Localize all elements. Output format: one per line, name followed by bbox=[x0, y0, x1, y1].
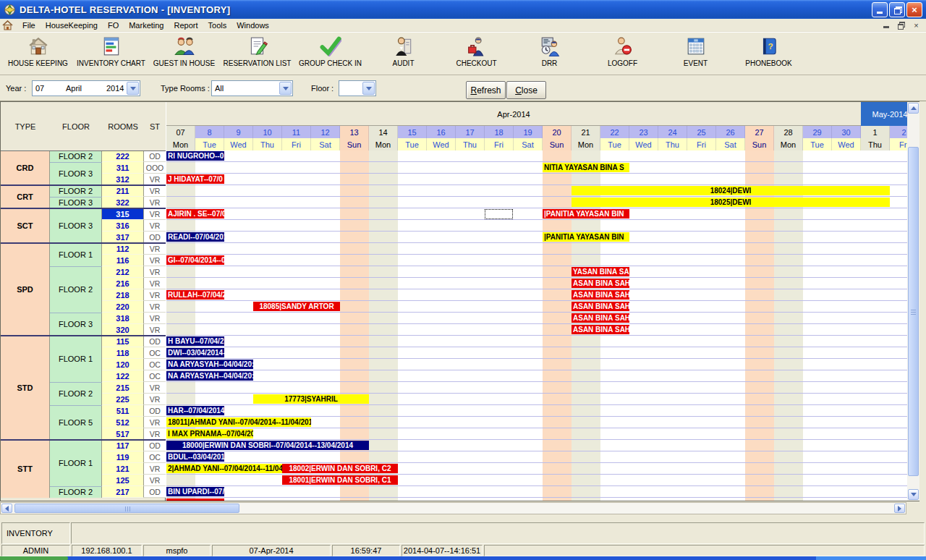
toolbar-audit[interactable]: AUDIT bbox=[367, 33, 440, 75]
room-316[interactable]: 316 bbox=[102, 220, 144, 232]
room-216[interactable]: 216 bbox=[102, 278, 144, 289]
room-517[interactable]: 517 bbox=[102, 428, 144, 440]
date-header-28[interactable]: 28 bbox=[774, 126, 803, 138]
reservation-bar-312[interactable]: J HIDAYAT--07/0 bbox=[166, 174, 224, 184]
year-combobox[interactable]: 07 April 2014 bbox=[32, 80, 140, 96]
room-322[interactable]: 322 bbox=[102, 197, 144, 208]
date-header-11[interactable]: 11 bbox=[282, 126, 311, 138]
room-112[interactable]: 112 bbox=[102, 243, 144, 255]
date-header-21[interactable]: 21 bbox=[572, 126, 600, 138]
room-211[interactable]: 211 bbox=[102, 185, 144, 197]
toolbar-guest-in-house[interactable]: GUEST IN HOUSE bbox=[148, 33, 221, 75]
date-header-9[interactable]: 9 bbox=[224, 126, 253, 138]
reservation-bar-322[interactable]: 18025|DEWI bbox=[572, 198, 890, 207]
date-header-26[interactable]: 26 bbox=[716, 126, 745, 138]
restore-button[interactable] bbox=[889, 2, 905, 17]
menu-report[interactable]: Report bbox=[169, 20, 203, 30]
room-315[interactable]: 315 bbox=[102, 208, 144, 220]
room-222[interactable]: 222 bbox=[102, 150, 144, 162]
reservation-bar-511[interactable]: HAR--07/04/2014- bbox=[166, 406, 224, 415]
date-header-24[interactable]: 24 bbox=[658, 126, 687, 138]
date-header-29[interactable]: 29 bbox=[803, 126, 832, 138]
room-318[interactable]: 318 bbox=[102, 313, 144, 324]
date-header-13[interactable]: 13 bbox=[340, 126, 369, 138]
room-120[interactable]: 120 bbox=[102, 359, 144, 370]
room-215[interactable]: 215 bbox=[102, 382, 144, 394]
date-header-22[interactable]: 22 bbox=[600, 126, 629, 138]
floor-combobox[interactable] bbox=[339, 80, 376, 96]
room-320[interactable]: 320 bbox=[102, 324, 144, 336]
close-button[interactable]: × bbox=[906, 2, 922, 17]
room-115[interactable]: 115 bbox=[102, 336, 144, 347]
scroll-right-button[interactable] bbox=[894, 504, 905, 513]
type-rooms-combobox[interactable]: All bbox=[211, 80, 293, 96]
room-119[interactable]: 119 bbox=[102, 451, 144, 463]
floor-dropdown-arrow-icon[interactable] bbox=[362, 82, 375, 95]
menu-housekeeping[interactable]: HouseKeeping bbox=[41, 20, 103, 30]
reservation-bar-partial[interactable] bbox=[166, 499, 224, 501]
date-header-27[interactable]: 27 bbox=[745, 126, 774, 138]
room-218[interactable]: 218 bbox=[102, 289, 144, 301]
reservation-bar-317[interactable]: READI--07/04/201 bbox=[166, 232, 224, 242]
date-header-25[interactable]: 25 bbox=[687, 126, 716, 138]
date-header-07[interactable]: 07 bbox=[166, 126, 195, 138]
scroll-down-button[interactable] bbox=[908, 489, 919, 500]
date-header-1[interactable]: 1 bbox=[861, 126, 890, 138]
reservation-bar-220[interactable]: ASAN BINA SAH bbox=[572, 302, 629, 311]
reservation-bar-117[interactable]: 18000|ERWIN DAN SOBRI--07/04/2014--13/04… bbox=[166, 441, 369, 450]
room-317[interactable]: 317 bbox=[102, 232, 144, 243]
reservation-bar-220[interactable]: 18085|SANDY ARTOR bbox=[253, 302, 340, 311]
reservation-bar-225[interactable]: 17773|SYAHRIL bbox=[253, 394, 369, 404]
reservation-bar-125[interactable]: 18001|ERWIN DAN SOBRI, C1 bbox=[282, 475, 398, 485]
reservation-bar-212[interactable]: YASAN BINA SA bbox=[572, 267, 629, 276]
room-116[interactable]: 116 bbox=[102, 255, 144, 266]
date-header-12[interactable]: 12 bbox=[311, 126, 340, 138]
toolbar-logoff[interactable]: LOGOFF bbox=[586, 33, 659, 75]
reservation-bar-517[interactable]: I MAX PRNAMA--07/04/20 bbox=[166, 429, 253, 438]
scroll-up-button[interactable] bbox=[908, 103, 919, 114]
date-header-18[interactable]: 18 bbox=[485, 126, 514, 138]
year-dropdown-arrow-icon[interactable] bbox=[127, 82, 139, 95]
reservation-bar-122[interactable]: NA ARYASYAH--04/04/20: bbox=[166, 371, 253, 381]
vertical-scrollbar[interactable] bbox=[907, 102, 919, 501]
room-118[interactable]: 118 bbox=[102, 347, 144, 359]
room-311[interactable]: 311 bbox=[102, 162, 144, 174]
date-header-16[interactable]: 16 bbox=[427, 126, 456, 138]
room-511[interactable]: 511 bbox=[102, 405, 144, 417]
date-header-20[interactable]: 20 bbox=[543, 126, 572, 138]
toolbar-house-keeping[interactable]: HOUSE KEEPING bbox=[1, 33, 75, 75]
reservation-bar-121[interactable]: 2|AHMAD YANI--07/04/2014--11/04/ bbox=[166, 464, 282, 473]
reservation-bar-318[interactable]: ASAN BINA SAH bbox=[572, 313, 629, 323]
horizontal-scrollbar[interactable] bbox=[0, 502, 906, 514]
reservation-bar-512[interactable]: 18011|AHMAD YANI--07/04/2014--11/04/2014 bbox=[166, 417, 311, 427]
room-117[interactable]: 117 bbox=[102, 440, 144, 451]
scroll-left-button[interactable] bbox=[1, 504, 12, 513]
vertical-scroll-thumb[interactable] bbox=[908, 147, 919, 476]
close-grid-button[interactable]: Close bbox=[506, 81, 546, 99]
room-220[interactable]: 220 bbox=[102, 301, 144, 313]
menu-tools[interactable]: Tools bbox=[203, 20, 232, 30]
reservation-bar-116[interactable]: GI--07/04/2014--0 bbox=[166, 255, 224, 265]
reservation-bar-315[interactable]: |PANITIA YAYASAN BIN bbox=[543, 209, 629, 219]
reservation-bar-217[interactable]: BIN UPARDI--07/ bbox=[166, 487, 224, 496]
reservation-bar-211[interactable]: 18024|DEWI bbox=[572, 186, 890, 195]
menu-marketing[interactable]: Marketing bbox=[124, 20, 169, 30]
date-header-17[interactable]: 17 bbox=[456, 126, 485, 138]
date-header-2[interactable]: 2 bbox=[890, 126, 907, 138]
date-header-15[interactable]: 15 bbox=[398, 126, 427, 138]
room-225[interactable]: 225 bbox=[102, 394, 144, 405]
horizontal-scroll-thumb[interactable] bbox=[14, 504, 239, 513]
room-212[interactable]: 212 bbox=[102, 266, 144, 278]
toolbar-phonebook[interactable]: ?PHONEBOOK bbox=[732, 33, 805, 75]
mdi-minimize-button[interactable] bbox=[880, 20, 891, 30]
reservation-bar-311[interactable]: NITIA YAYASAN BINA S bbox=[543, 163, 629, 172]
menu-file[interactable]: File bbox=[17, 20, 41, 30]
date-header-8[interactable]: 8 bbox=[195, 126, 224, 138]
room-312[interactable]: 312 bbox=[102, 174, 144, 185]
toolbar-drr[interactable]: DRR bbox=[513, 33, 586, 75]
mdi-close-button[interactable]: × bbox=[911, 20, 922, 30]
reservation-bar-121[interactable]: 18002|ERWIN DAN SOBRI, C2 bbox=[282, 464, 398, 473]
menu-fo[interactable]: FO bbox=[103, 20, 124, 30]
refresh-button[interactable]: Refresh bbox=[466, 81, 506, 99]
date-header-14[interactable]: 14 bbox=[369, 126, 398, 138]
